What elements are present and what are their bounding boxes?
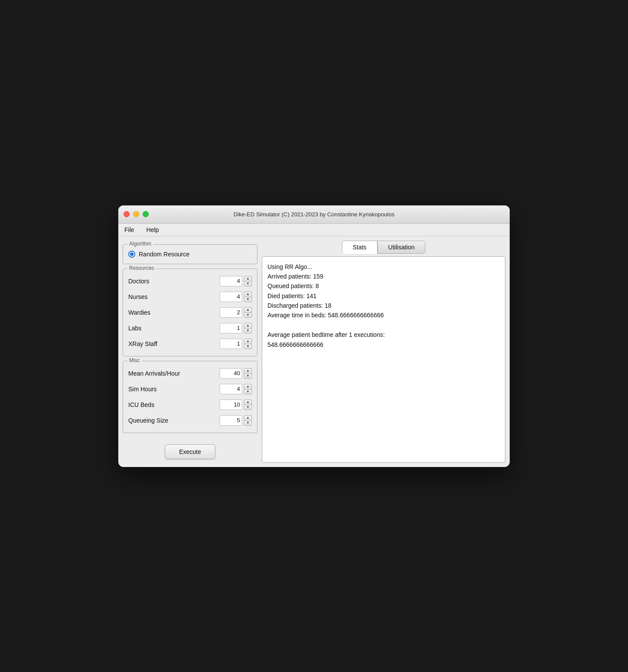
menu-file[interactable]: File — [122, 225, 137, 234]
resource-wardies-down[interactable]: ▼ — [244, 312, 252, 318]
misc-icubeds-up[interactable]: ▲ — [244, 400, 252, 405]
misc-arrivals-spinbtns: ▲ ▼ — [244, 368, 252, 379]
resource-wardies-label: Wardies — [128, 309, 150, 316]
resource-wardies-spinner: ▲ ▼ — [220, 307, 252, 318]
algorithm-group: Algorithm Random Resource — [123, 244, 257, 264]
misc-queuesize-input[interactable] — [220, 415, 242, 426]
resources-legend: Resources — [127, 265, 156, 271]
left-panel: Algorithm Random Resource Resources Doct… — [123, 241, 257, 463]
misc-arrivals-spinner: ▲ ▼ — [220, 368, 252, 379]
misc-simhours-label: Sim Hours — [128, 386, 157, 393]
resource-doctors-row: Doctors ▲ ▼ — [128, 273, 252, 289]
tab-stats[interactable]: Stats — [342, 241, 377, 254]
misc-arrivals-down[interactable]: ▼ — [244, 373, 252, 379]
misc-icubeds-input[interactable] — [220, 400, 242, 410]
misc-simhours-spinner: ▲ ▼ — [220, 384, 252, 394]
misc-queuesize-spinbtns: ▲ ▼ — [244, 415, 252, 426]
resource-xray-spinner: ▲ ▼ — [220, 339, 252, 349]
misc-simhours-up[interactable]: ▲ — [244, 384, 252, 389]
close-button[interactable] — [124, 211, 130, 217]
resource-xray-up[interactable]: ▲ — [244, 339, 252, 344]
algorithm-legend: Algorithm — [127, 241, 153, 247]
resources-group: Resources Doctors ▲ ▼ Nurses — [123, 269, 257, 356]
resource-xray-spinbtns: ▲ ▼ — [244, 339, 252, 349]
misc-simhours-input[interactable] — [220, 384, 242, 394]
resource-xray-input[interactable] — [220, 339, 242, 349]
misc-queuesize-down[interactable]: ▼ — [244, 420, 252, 426]
menu-help[interactable]: Help — [144, 225, 162, 234]
resource-xray-row: XRay Staff ▲ ▼ — [128, 336, 252, 352]
radio-rr[interactable] — [128, 251, 135, 258]
output-area: Using RR Algo... Arrived patients: 159 Q… — [262, 256, 505, 463]
misc-queuesize-up[interactable]: ▲ — [244, 415, 252, 420]
misc-legend: Misc — [127, 357, 142, 363]
resource-nurses-spinbtns: ▲ ▼ — [244, 292, 252, 302]
misc-queuesize-spinner: ▲ ▼ — [220, 415, 252, 426]
misc-icubeds-label: ICU Beds — [128, 401, 154, 408]
window-title: Dike-ED Simulator (C) 2021-2023 by Const… — [234, 211, 394, 218]
maximize-button[interactable] — [143, 211, 149, 217]
resource-doctors-up[interactable]: ▲ — [244, 276, 252, 281]
resource-doctors-down[interactable]: ▼ — [244, 281, 252, 286]
resource-labs-down[interactable]: ▼ — [244, 328, 252, 333]
minimize-button[interactable] — [133, 211, 139, 217]
misc-simhours-down[interactable]: ▼ — [244, 389, 252, 394]
resource-nurses-spinner: ▲ ▼ — [220, 292, 252, 302]
resource-nurses-row: Nurses ▲ ▼ — [128, 289, 252, 305]
resource-labs-spinbtns: ▲ ▼ — [244, 323, 252, 333]
misc-arrivals-label: Mean Arrivals/Hour — [128, 370, 180, 377]
execute-container: Execute — [123, 437, 257, 463]
resource-doctors-label: Doctors — [128, 278, 149, 285]
misc-arrivals-up[interactable]: ▲ — [244, 368, 252, 373]
resource-labs-up[interactable]: ▲ — [244, 323, 252, 328]
resource-wardies-row: Wardies ▲ ▼ — [128, 305, 252, 320]
misc-arrivals-input[interactable] — [220, 368, 242, 379]
resource-labs-row: Labs ▲ ▼ — [128, 320, 252, 336]
misc-icubeds-row: ICU Beds ▲ ▼ — [128, 397, 252, 413]
resource-doctors-spinbtns: ▲ ▼ — [244, 276, 252, 286]
resource-doctors-input[interactable] — [220, 276, 242, 286]
resource-nurses-label: Nurses — [128, 293, 147, 300]
resource-doctors-spinner: ▲ ▼ — [220, 276, 252, 286]
misc-queuesize-label: Queueing Size — [128, 417, 168, 424]
misc-icubeds-spinbtns: ▲ ▼ — [244, 400, 252, 410]
resource-xray-down[interactable]: ▼ — [244, 344, 252, 349]
tabs-row: Stats Utilisation — [262, 241, 505, 254]
execute-button[interactable]: Execute — [165, 444, 216, 459]
algorithm-rr-option[interactable]: Random Resource — [128, 249, 252, 259]
resource-nurses-up[interactable]: ▲ — [244, 292, 252, 297]
main-content: Algorithm Random Resource Resources Doct… — [118, 236, 510, 467]
app-window: Dike-ED Simulator (C) 2021-2023 by Const… — [118, 205, 510, 467]
titlebar: Dike-ED Simulator (C) 2021-2023 by Const… — [118, 205, 510, 224]
misc-queuesize-row: Queueing Size ▲ ▼ — [128, 413, 252, 428]
right-panel: Stats Utilisation Using RR Algo... Arriv… — [262, 241, 505, 463]
misc-icubeds-down[interactable]: ▼ — [244, 405, 252, 410]
resource-wardies-up[interactable]: ▲ — [244, 307, 252, 312]
misc-simhours-row: Sim Hours ▲ ▼ — [128, 381, 252, 397]
misc-arrivals-row: Mean Arrivals/Hour ▲ ▼ — [128, 366, 252, 381]
resource-labs-spinner: ▲ ▼ — [220, 323, 252, 333]
resource-nurses-down[interactable]: ▼ — [244, 297, 252, 302]
misc-group: Misc Mean Arrivals/Hour ▲ ▼ Sim Hours — [123, 361, 257, 433]
resource-wardies-input[interactable] — [220, 307, 242, 318]
resource-labs-input[interactable] — [220, 323, 242, 333]
resource-labs-label: Labs — [128, 325, 141, 332]
resource-nurses-input[interactable] — [220, 292, 242, 302]
resource-xray-label: XRay Staff — [128, 340, 157, 347]
resource-wardies-spinbtns: ▲ ▼ — [244, 307, 252, 318]
menubar: File Help — [118, 224, 510, 236]
radio-rr-label: Random Resource — [139, 251, 190, 258]
misc-icubeds-spinner: ▲ ▼ — [220, 400, 252, 410]
tab-utilisation[interactable]: Utilisation — [377, 241, 426, 254]
misc-simhours-spinbtns: ▲ ▼ — [244, 384, 252, 394]
traffic-lights — [124, 211, 149, 217]
